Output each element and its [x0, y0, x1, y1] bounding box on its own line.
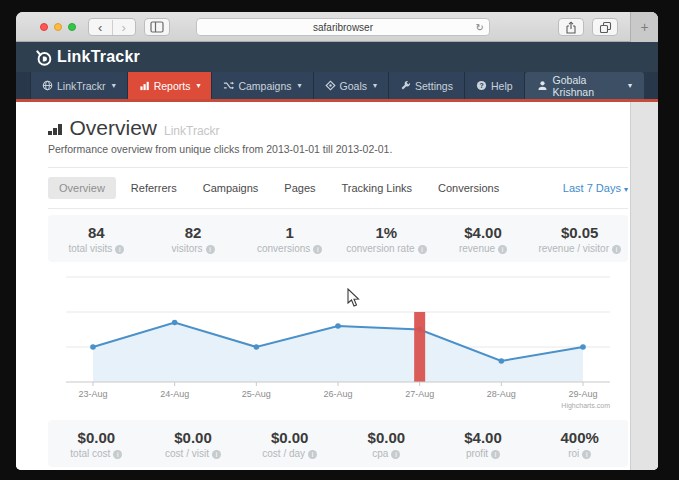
stat-cost-visit: $0.00cost / visit — [145, 429, 242, 459]
info-icon[interactable] — [115, 245, 124, 254]
info-icon[interactable] — [612, 245, 621, 254]
info-icon[interactable] — [418, 245, 427, 254]
menu-item-settings[interactable]: Settings — [389, 72, 465, 99]
tab-conversions[interactable]: Conversions — [427, 177, 510, 199]
stat-conversions: 1conversions — [241, 224, 338, 254]
stat-value: $4.00 — [435, 429, 532, 446]
info-icon[interactable] — [206, 245, 215, 254]
tab-referrers[interactable]: Referrers — [120, 177, 188, 199]
stat-label: cost / visit — [145, 448, 242, 459]
menu-item-help[interactable]: ? Help — [465, 72, 525, 99]
address-bar[interactable]: safaribrowser ↻ — [196, 18, 490, 36]
stat-roi: 400%roi — [531, 429, 628, 459]
stat-label: conversions — [241, 243, 338, 254]
visits-chart-svg: 23-Aug24-Aug25-Aug26-Aug27-Aug28-Aug29-A… — [48, 264, 628, 414]
stat-label: total visits — [48, 243, 145, 254]
info-icon[interactable] — [308, 450, 317, 459]
help-circle-icon: ? — [476, 80, 487, 91]
stat-conversion-rate: 1%conversion rate — [338, 224, 435, 254]
stat-value: 84 — [48, 224, 145, 241]
url-text: safaribrowser — [313, 22, 373, 33]
page-title: Overview — [70, 116, 158, 140]
sidebar-toggle-button[interactable] — [144, 18, 170, 36]
goal-diamond-icon — [325, 80, 336, 91]
info-icon[interactable] — [498, 245, 507, 254]
stat-value: $4.00 — [435, 224, 532, 241]
plus-icon: + — [640, 19, 648, 35]
stat-label: revenue — [435, 243, 532, 254]
browser-window: ‹ › safaribrowser ↻ — [16, 12, 658, 470]
menu-item-label: Goals — [340, 80, 367, 92]
svg-text:27-Aug: 27-Aug — [405, 389, 434, 399]
stat-revenue-visitor: $0.05revenue / visitor — [531, 224, 628, 254]
chevron-down-icon: ▾ — [112, 81, 116, 90]
linktrackr-logo-icon — [34, 48, 53, 67]
report-tabs: Overview Referrers Campaigns Pages Track… — [48, 168, 628, 209]
right-gutter — [630, 102, 658, 470]
tab-campaigns[interactable]: Campaigns — [192, 177, 270, 199]
page-title-suffix: LinkTrackr — [164, 124, 220, 138]
stat-value: 1% — [338, 224, 435, 241]
info-icon[interactable] — [391, 450, 400, 459]
bar-chart-icon — [139, 80, 150, 91]
history-nav-group: ‹ › — [88, 18, 136, 36]
back-button[interactable]: ‹ — [89, 20, 112, 35]
info-icon[interactable] — [212, 450, 221, 459]
stat-value: $0.05 — [531, 224, 628, 241]
stat-label: visitors — [145, 243, 242, 254]
page-header: Overview LinkTrackr — [48, 102, 628, 140]
svg-text:26-Aug: 26-Aug — [323, 389, 352, 399]
menu-item-campaigns[interactable]: Campaigns ▾ — [212, 72, 313, 99]
stat-value: 400% — [531, 429, 628, 446]
menu-item-linktrackr[interactable]: LinkTrackr ▾ — [30, 72, 128, 99]
tab-overview[interactable]: Overview — [48, 177, 116, 199]
chevron-down-icon: ▾ — [628, 81, 632, 90]
brand-row: LinkTrackr — [16, 42, 658, 72]
stat-label: profit — [435, 448, 532, 459]
stat-profit: $4.00profit — [435, 429, 532, 459]
stat-value: 1 — [241, 224, 338, 241]
svg-text:29-Aug: 29-Aug — [568, 389, 597, 399]
user-menu[interactable]: Gobala Krishnan ▾ — [525, 72, 644, 99]
menu-item-goals[interactable]: Goals ▾ — [314, 72, 389, 99]
tab-tracking-links[interactable]: Tracking Links — [331, 177, 424, 199]
chevron-down-icon: ▾ — [373, 81, 377, 90]
stat-value: $0.00 — [48, 429, 145, 446]
user-name: Gobala Krishnan — [553, 74, 623, 98]
info-icon[interactable] — [313, 245, 322, 254]
chevron-down-icon: ▾ — [298, 81, 302, 90]
tab-pages[interactable]: Pages — [273, 177, 326, 199]
info-icon[interactable] — [113, 450, 122, 459]
stat-label: revenue / visitor — [531, 243, 628, 254]
info-icon[interactable] — [491, 450, 500, 459]
stat-value: $0.00 — [145, 429, 242, 446]
visits-chart[interactable]: 23-Aug24-Aug25-Aug26-Aug27-Aug28-Aug29-A… — [48, 264, 628, 414]
menu-item-label: Campaigns — [238, 80, 291, 92]
close-window-button[interactable] — [40, 23, 48, 31]
stat-cost-day: $0.00cost / day — [241, 429, 338, 459]
chevron-down-icon: ▾ — [196, 81, 200, 90]
stat-label: total cost — [48, 448, 145, 459]
svg-text:28-Aug: 28-Aug — [487, 389, 516, 399]
stat-visitors: 82visitors — [145, 224, 242, 254]
main-menu: LinkTrackr ▾ Reports ▾ Campaigns ▾ — [16, 72, 658, 99]
minimize-window-button[interactable] — [54, 23, 62, 31]
brand-name[interactable]: LinkTrackr — [57, 48, 140, 66]
stat-label: cost / day — [241, 448, 338, 459]
new-tab-button[interactable]: + — [630, 12, 658, 42]
sidebar-icon — [150, 21, 164, 33]
menu-item-reports[interactable]: Reports ▾ — [128, 72, 213, 99]
date-range-label: Last 7 Days — [563, 182, 621, 194]
globe-icon — [42, 80, 53, 91]
forward-button[interactable]: › — [112, 20, 136, 35]
info-icon[interactable] — [582, 450, 591, 459]
svg-text:24-Aug: 24-Aug — [160, 389, 189, 399]
tab-overview-button[interactable] — [592, 18, 618, 36]
stat-value: $0.00 — [241, 429, 338, 446]
reload-icon[interactable]: ↻ — [476, 22, 484, 33]
zoom-window-button[interactable] — [68, 23, 76, 31]
wrench-icon — [400, 80, 411, 91]
share-button[interactable] — [558, 18, 584, 36]
share-icon — [565, 21, 577, 34]
date-range-dropdown[interactable]: Last 7 Days ▾ — [563, 182, 628, 194]
